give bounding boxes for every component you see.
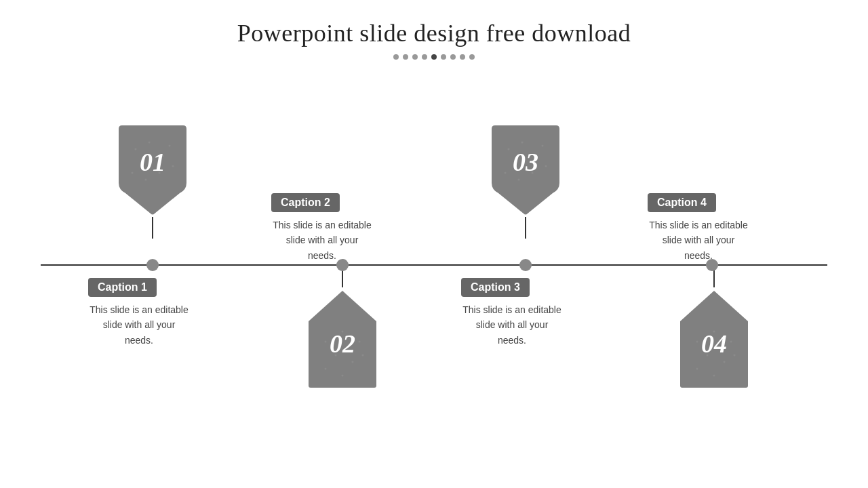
svg-point-18 bbox=[521, 142, 524, 144]
svg-point-32 bbox=[713, 375, 715, 377]
svg-point-0 bbox=[135, 148, 137, 150]
item-4-caption-text: This slide is an editable slide with all… bbox=[648, 218, 749, 263]
item-3-caption-badge: Caption 3 bbox=[461, 278, 530, 297]
item-3-connector bbox=[525, 217, 526, 239]
dot-2[interactable] bbox=[403, 54, 408, 60]
svg-point-1 bbox=[149, 142, 151, 144]
dot-5[interactable] bbox=[431, 54, 437, 60]
item-4-number: 04 bbox=[701, 329, 727, 359]
dot-9[interactable] bbox=[469, 54, 475, 60]
item-1-caption: Caption 1 This slide is an editable slid… bbox=[88, 278, 190, 348]
svg-point-21 bbox=[542, 145, 544, 147]
svg-point-4 bbox=[169, 145, 171, 147]
item-1: 01 bbox=[108, 122, 197, 239]
svg-point-30 bbox=[724, 361, 726, 363]
item-1-caption-badge: Caption 1 bbox=[88, 278, 157, 297]
svg-point-31 bbox=[696, 368, 698, 370]
dot-3[interactable] bbox=[412, 54, 418, 60]
node-3 bbox=[519, 259, 532, 271]
svg-point-25 bbox=[545, 165, 547, 167]
item-3-caption-text: This slide is an editable slide with all… bbox=[461, 302, 563, 348]
item-4-shape: 04 bbox=[670, 287, 758, 389]
svg-point-15 bbox=[342, 375, 344, 377]
item-3-caption: Caption 3 This slide is an editable slid… bbox=[461, 278, 563, 348]
item-2-caption-text: This slide is an editable slide with all… bbox=[271, 218, 373, 263]
timeline-area: 01 Caption 1 This slide is an editable s… bbox=[41, 81, 827, 461]
node-2 bbox=[336, 259, 349, 271]
item-4-caption-badge: Caption 4 bbox=[648, 193, 716, 212]
item-1-connector bbox=[152, 217, 153, 239]
item-1-caption-text: This slide is an editable slide with all… bbox=[88, 302, 190, 348]
item-1-shape: 01 bbox=[108, 122, 197, 217]
svg-point-26 bbox=[696, 341, 698, 343]
item-2-caption-badge: Caption 2 bbox=[271, 193, 340, 212]
slide-title: Powerpoint slide design free download bbox=[0, 0, 868, 47]
svg-point-13 bbox=[352, 361, 354, 363]
dot-4[interactable] bbox=[422, 54, 427, 60]
dot-7[interactable] bbox=[450, 54, 456, 60]
svg-point-7 bbox=[145, 179, 147, 181]
item-3-shape: 03 bbox=[481, 122, 570, 217]
svg-point-28 bbox=[730, 341, 732, 343]
dot-1[interactable] bbox=[393, 54, 399, 60]
svg-point-14 bbox=[325, 368, 327, 370]
item-2: 02 bbox=[298, 266, 387, 389]
item-1-number: 01 bbox=[140, 147, 165, 177]
svg-point-24 bbox=[518, 179, 520, 181]
svg-point-5 bbox=[132, 172, 134, 174]
svg-point-22 bbox=[505, 172, 507, 174]
item-2-caption: Caption 2 This slide is an editable slid… bbox=[271, 193, 373, 263]
svg-point-9 bbox=[325, 341, 327, 343]
svg-point-8 bbox=[172, 165, 174, 167]
svg-point-16 bbox=[362, 354, 364, 357]
item-4: 04 bbox=[670, 266, 758, 389]
node-4 bbox=[706, 259, 718, 271]
node-1 bbox=[146, 259, 159, 271]
item-2-shape: 02 bbox=[298, 287, 387, 389]
item-4-caption: Caption 4 This slide is an editable slid… bbox=[648, 193, 749, 263]
dot-8[interactable] bbox=[460, 54, 465, 60]
svg-point-33 bbox=[734, 354, 736, 357]
item-3: 03 bbox=[481, 122, 570, 239]
item-2-number: 02 bbox=[330, 329, 355, 359]
slide-dots bbox=[0, 54, 868, 60]
dot-6[interactable] bbox=[441, 54, 446, 60]
svg-point-17 bbox=[508, 148, 510, 150]
svg-point-11 bbox=[359, 341, 361, 343]
item-3-number: 03 bbox=[513, 147, 538, 177]
